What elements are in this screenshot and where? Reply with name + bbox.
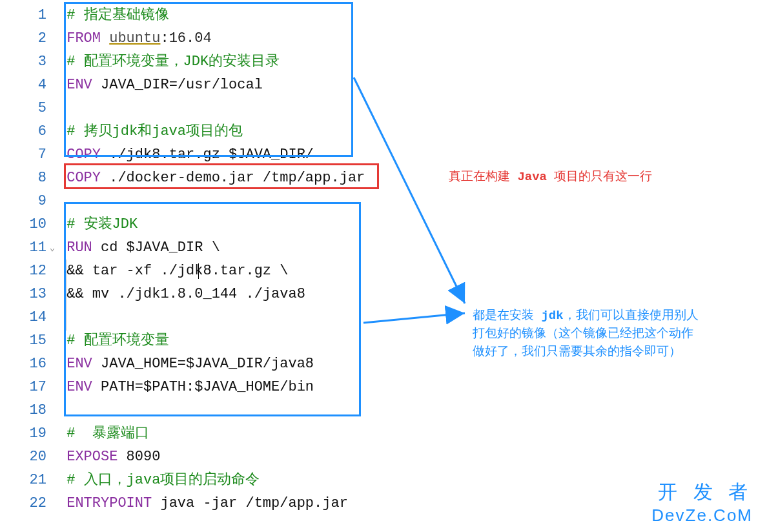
comment: # 配置环境变量 — [66, 332, 169, 349]
env-assign: JAVA_DIR=/usr/local — [92, 77, 263, 93]
line-number: 16 — [0, 353, 46, 376]
line-number: 3 — [0, 50, 46, 74]
expose-port: 8090 — [118, 449, 160, 465]
watermark: 开 发 者 DevZe.CoM — [651, 479, 753, 526]
line-number: 9 — [0, 190, 46, 213]
line-number: 11 — [0, 236, 46, 260]
line-number-gutter: 1 2 3 4 5 6 7 8 9 10 11 12 13 14 15 16 1… — [0, 4, 58, 515]
line-number: 12 — [0, 260, 46, 283]
anno-red-bold: Java — [517, 170, 547, 184]
code-area[interactable]: # 指定基础镜像 FROM ubuntu:16.04 # 配置环境变量，JDK的… — [58, 4, 365, 515]
code-line[interactable]: # 配置环境变量 — [58, 329, 365, 353]
code-line[interactable]: COPY ./jdk8.tar.gz $JAVA_DIR/ — [58, 143, 365, 167]
code-line[interactable]: # 拷贝jdk和java项目的包 — [58, 120, 365, 143]
anno-red-prefix: 真正在构建 — [449, 170, 517, 184]
keyword-entrypoint: ENTRYPOINT — [66, 495, 152, 511]
code-line[interactable] — [58, 190, 365, 213]
comment: # 安装JDK — [66, 216, 138, 232]
annotation-red: 真正在构建 Java 项目的只有这一行 — [449, 168, 652, 186]
keyword-run: RUN — [66, 240, 92, 256]
code-line[interactable]: && tar -xf ./jdk8.tar.gz \ — [58, 260, 365, 283]
code-line[interactable]: # 配置环境变量，JDK的安装目录 — [58, 50, 365, 74]
keyword-copy: COPY — [66, 147, 101, 163]
line-number: 10 — [0, 213, 46, 236]
line-number: 19 — [0, 422, 46, 445]
code-line[interactable]: && mv ./jdk1.8.0_144 ./java8 — [58, 283, 365, 306]
line-number: 8 — [0, 167, 46, 190]
anno-red-suffix: 项目的只有这一行 — [547, 170, 652, 184]
copy-args: ./docker-demo.jar /tmp/app.jar — [101, 170, 365, 186]
code-line[interactable]: ENV JAVA_DIR=/usr/local — [58, 74, 365, 97]
watermark-line2: DevZe.CoM — [651, 506, 753, 526]
copy-args: ./jdk8.tar.gz $JAVA_DIR/ — [101, 147, 314, 163]
comment: # 暴露端口 — [66, 425, 149, 442]
code-line[interactable] — [58, 399, 365, 422]
keyword-env: ENV — [66, 379, 92, 395]
line-number: 5 — [0, 97, 46, 120]
code-line[interactable]: FROM ubuntu:16.04 — [58, 27, 365, 50]
code-editor[interactable]: 1 2 3 4 5 6 7 8 9 10 11 12 13 14 15 16 1… — [0, 0, 767, 515]
code-line[interactable]: # 暴露端口 — [58, 422, 365, 445]
line-number: 15 — [0, 329, 46, 353]
run-continuation: && mv ./jdk1.8.0_144 ./java8 — [58, 286, 305, 302]
line-number: 7 — [0, 143, 46, 167]
keyword-expose: EXPOSE — [66, 449, 118, 465]
run-args: cd $JAVA_DIR \ — [92, 240, 220, 256]
keyword-from: FROM — [66, 30, 101, 46]
line-number: 17 — [0, 376, 46, 399]
run-continuation: && tar -xf ./jdk8.tar.gz \ — [58, 263, 288, 279]
watermark-line1: 开 发 者 — [651, 479, 753, 506]
line-number: 1 — [0, 4, 46, 27]
fold-marker-icon[interactable]: ⌄ — [49, 236, 56, 260]
comment: # 指定基础镜像 — [66, 7, 169, 23]
image-name: ubuntu — [109, 30, 160, 46]
line-number: 2 — [0, 27, 46, 50]
code-line[interactable] — [58, 306, 365, 329]
annotation-blue: 都是在安装 jdk，我们可以直接使用别人 打包好的镜像（这个镜像已经把这个动作 … — [473, 307, 699, 361]
text-cursor — [198, 263, 199, 279]
anno-blue-l1-prefix: 都是在安装 — [473, 309, 541, 323]
anno-blue-l2: 打包好的镜像（这个镜像已经把这个动作 — [473, 325, 699, 343]
comment: # 入口，java项目的启动命令 — [66, 472, 260, 488]
keyword-env: ENV — [66, 356, 92, 372]
code-line[interactable]: # 入口，java项目的启动命令 — [58, 469, 365, 492]
image-tag: :16.04 — [160, 30, 211, 46]
keyword-env: ENV — [66, 77, 92, 93]
keyword-copy: COPY — [66, 170, 101, 186]
code-line[interactable]: # 安装JDK — [58, 213, 365, 236]
code-line[interactable]: ⌄ RUN cd $JAVA_DIR \ — [58, 236, 365, 260]
anno-blue-l3: 做好了，我们只需要其余的指令即可） — [473, 343, 699, 361]
line-number: 6 — [0, 120, 46, 143]
anno-blue-l1-bold: jdk — [541, 309, 563, 323]
line-number: 22 — [0, 492, 46, 515]
line-number: 4 — [0, 74, 46, 97]
entrypoint-args: java -jar /tmp/app.jar — [152, 495, 348, 511]
env-assign: PATH=$PATH:$JAVA_HOME/bin — [92, 379, 314, 395]
anno-blue-l1-suffix: ，我们可以直接使用别人 — [564, 309, 699, 323]
code-line[interactable]: ENTRYPOINT java -jar /tmp/app.jar — [58, 492, 365, 515]
line-number: 18 — [0, 399, 46, 422]
code-line[interactable]: ENV PATH=$PATH:$JAVA_HOME/bin — [58, 376, 365, 399]
line-number: 21 — [0, 469, 46, 492]
env-assign: JAVA_HOME=$JAVA_DIR/java8 — [92, 356, 314, 372]
code-line[interactable]: COPY ./docker-demo.jar /tmp/app.jar — [58, 167, 365, 190]
line-number: 14 — [0, 306, 46, 329]
code-line[interactable]: ENV JAVA_HOME=$JAVA_DIR/java8 — [58, 353, 365, 376]
comment: # 配置环境变量，JDK的安装目录 — [66, 54, 280, 70]
line-number: 20 — [0, 445, 46, 469]
code-line[interactable]: # 指定基础镜像 — [58, 4, 365, 27]
line-number: 13 — [0, 283, 46, 306]
code-line[interactable]: EXPOSE 8090 — [58, 445, 365, 469]
comment: # 拷贝jdk和java项目的包 — [66, 123, 243, 139]
code-line[interactable] — [58, 97, 365, 120]
